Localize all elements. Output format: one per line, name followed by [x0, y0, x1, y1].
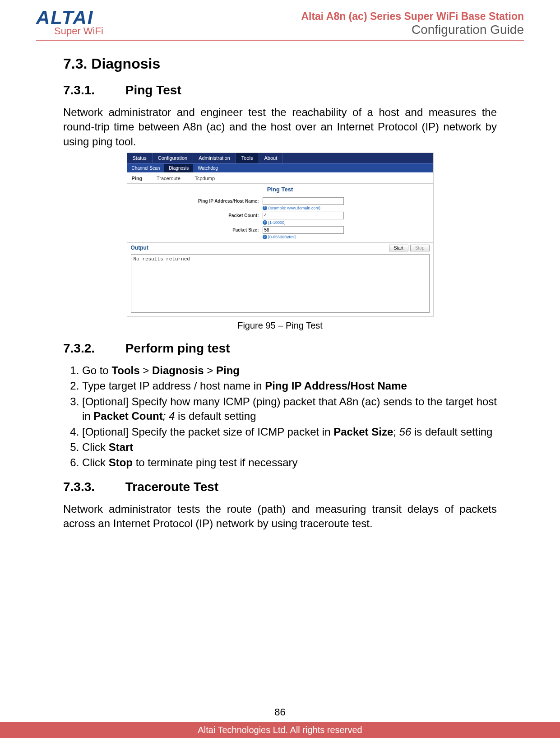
step-6: Click Stop to terminate ping test if nec…	[82, 455, 497, 470]
ss-stop-button[interactable]: Stop	[410, 245, 430, 251]
step-4: [Optional] Specify the packet size of IC…	[82, 425, 497, 439]
ss-label-ip: Ping IP Address/Host Name:	[127, 197, 263, 204]
heading-num: 7.3.1.	[63, 82, 122, 99]
heading-7-3-2: 7.3.2. Perform ping test	[63, 340, 497, 357]
heading-num: 7.3.3.	[63, 478, 122, 496]
step-1: Go to Tools > Diagnosis > Ping	[82, 363, 497, 378]
heading-num: 7.3.	[63, 56, 87, 72]
heading-7-3: 7.3. Diagnosis	[63, 54, 497, 74]
ss-top-tabs: Status Configuration Administration Tool…	[127, 153, 433, 163]
para-731: Network administrator and engineer test …	[63, 105, 497, 149]
logo-main: ALTAI	[36, 9, 93, 26]
heading-num: 7.3.2.	[63, 340, 122, 357]
ss-output-label: Output	[131, 244, 148, 251]
logo: ALTAI Super WiFi	[36, 9, 103, 37]
page-header: ALTAI Super WiFi Altai A8n (ac) Series S…	[36, 0, 524, 41]
para-733: Network administrator tests the route (p…	[63, 502, 497, 531]
step-3: [Optional] Specify how many ICMP (ping) …	[82, 394, 497, 424]
figure-ping-test-screenshot: Status Configuration Administration Tool…	[127, 153, 434, 317]
heading-title: Traceroute Test	[125, 480, 218, 494]
ss-tab-configuration[interactable]: Configuration	[153, 153, 193, 163]
footer-copyright: Altai Technologies Ltd. All rights reser…	[0, 722, 560, 738]
content: 7.3. Diagnosis 7.3.1. Ping Test Network …	[36, 41, 524, 531]
info-icon: ?	[263, 220, 267, 225]
heading-title: Ping Test	[125, 83, 181, 97]
ss-subtab-watchdog[interactable]: Watchdog	[193, 164, 222, 173]
ss-tooltab-tcpdump[interactable]: Tcpdump	[194, 175, 215, 182]
ss-tab-about[interactable]: About	[259, 153, 283, 163]
ss-output-header: Output Start Stop	[127, 242, 433, 253]
ss-hint-ip: ?(example: www.domain.com)	[263, 205, 433, 211]
info-icon: ?	[263, 206, 267, 210]
ss-subtab-channel-scan[interactable]: Channel Scan	[127, 164, 165, 173]
ss-tab-status[interactable]: Status	[127, 153, 153, 163]
heading-title: Diagnosis	[91, 56, 160, 72]
ss-label-size: Packet Size:	[127, 226, 263, 233]
heading-7-3-1: 7.3.1. Ping Test	[63, 82, 497, 99]
header-right: Altai A8n (ac) Series Super WiFi Base St…	[301, 10, 524, 37]
ss-hint-count: ?[1-10000]	[263, 220, 433, 225]
header-product-line: Altai A8n (ac) Series Super WiFi Base St…	[301, 10, 524, 23]
ss-subtab-diagnosis[interactable]: Diagnosis	[164, 164, 193, 173]
sep: -	[187, 175, 189, 182]
heading-7-3-3: 7.3.3. Traceroute Test	[63, 478, 497, 496]
ss-hint-size: ?[0-65500Bytes]	[263, 234, 433, 240]
ss-label-count: Packet Count:	[127, 212, 263, 219]
ss-tooltab-traceroute[interactable]: Traceroute	[157, 175, 180, 182]
step-2: Type target IP address / host name in Pi…	[82, 379, 497, 393]
ss-input-count[interactable]	[263, 212, 344, 219]
info-icon: ?	[263, 235, 267, 239]
ss-panel-title: Ping Test	[127, 184, 433, 196]
ss-input-ip[interactable]	[263, 197, 344, 205]
ss-tooltab-ping[interactable]: Ping	[132, 175, 143, 182]
figure-caption-95: Figure 95 – Ping Test	[63, 320, 497, 332]
steps-list: Go to Tools > Diagnosis > Ping Type targ…	[63, 363, 497, 470]
ss-input-size[interactable]	[263, 226, 344, 234]
ss-tab-administration[interactable]: Administration	[193, 153, 236, 163]
heading-title: Perform ping test	[125, 341, 230, 355]
logo-sub: Super WiFi	[54, 25, 103, 37]
ss-output-box: No results returned	[131, 254, 430, 313]
step-5: Click Start	[82, 440, 497, 455]
sep: -	[148, 175, 150, 182]
ss-row-count: Packet Count: ?[1-10000]	[127, 212, 433, 225]
page-number: 86	[0, 706, 560, 718]
header-doc-title: Configuration Guide	[301, 23, 524, 37]
ss-tool-tabs: Ping - Traceroute - Tcpdump	[127, 172, 433, 184]
ss-start-button[interactable]: Start	[389, 245, 408, 251]
ss-row-size: Packet Size: ?[0-65500Bytes]	[127, 226, 433, 240]
ss-tab-tools[interactable]: Tools	[236, 153, 259, 163]
ss-row-ip: Ping IP Address/Host Name: ?(example: ww…	[127, 197, 433, 211]
ss-sub-tabs: Channel Scan Diagnosis Watchdog	[127, 163, 433, 173]
